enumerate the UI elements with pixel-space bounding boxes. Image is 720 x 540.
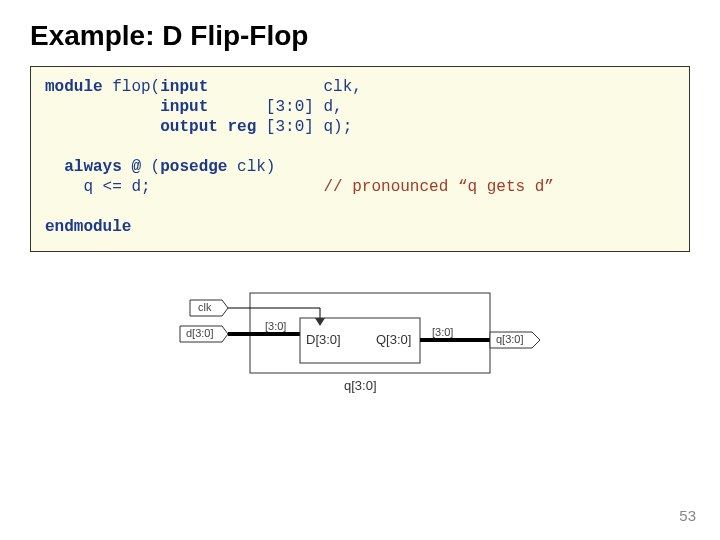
code-t <box>45 158 64 176</box>
code-t: [3:0] q); <box>256 118 352 136</box>
kw-endmodule: endmodule <box>45 218 131 236</box>
schematic-diagram: clk d[3:0] [3:0] D[3:0] Q[3:0] [3:0] q[3… <box>170 288 550 398</box>
diagram-caption: q[3:0] <box>344 378 377 393</box>
kw-input1: input <box>160 78 208 96</box>
code-t: clk) <box>227 158 275 176</box>
code-t <box>45 118 160 136</box>
page-number: 53 <box>679 507 696 524</box>
kw-always: always @ <box>64 158 141 176</box>
code-t: ( <box>141 158 160 176</box>
label-bus2: [3:0] <box>432 326 453 338</box>
label-D: D[3:0] <box>306 332 341 347</box>
code-t: [3:0] d, <box>208 98 342 116</box>
kw-module: module <box>45 78 103 96</box>
code-block: module flop(input clk, input [3:0] d, ou… <box>30 66 690 252</box>
code-comment: // pronounced “q gets d” <box>323 178 553 196</box>
label-bus1: [3:0] <box>265 320 286 332</box>
code-t: flop( <box>103 78 161 96</box>
label-clk: clk <box>198 301 212 313</box>
kw-posedge: posedge <box>160 158 227 176</box>
slide-title: Example: D Flip-Flop <box>30 20 690 52</box>
kw-outputreg: output reg <box>160 118 256 136</box>
code-t: clk, <box>208 78 362 96</box>
code-t <box>45 98 160 116</box>
code-pad <box>151 178 324 196</box>
label-d: d[3:0] <box>186 327 214 339</box>
code-assign: q <= d; <box>45 178 151 196</box>
label-Q: Q[3:0] <box>376 332 411 347</box>
kw-input2: input <box>160 98 208 116</box>
label-q: q[3:0] <box>496 333 524 345</box>
